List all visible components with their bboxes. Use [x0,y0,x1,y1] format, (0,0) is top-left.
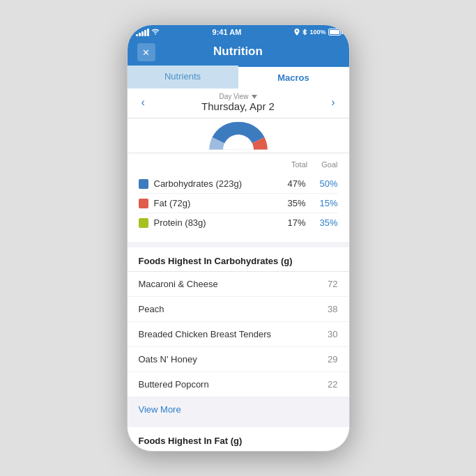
tab-macros[interactable]: Macros [238,66,349,89]
day-navigation: ‹ Day View Thursday, Apr 2 › [128,89,349,118]
protein-goal: 35% [317,217,338,228]
battery-icon [328,29,341,36]
list-item: Buttered Popcorn 22 [128,372,349,397]
carbs-goal: 50% [317,178,338,189]
phone-frame: 9:41 AM 100% ✕ Nutrition Nutrients Macro… [127,24,350,452]
food-value: 29 [328,354,337,364]
next-day-button[interactable]: › [327,95,339,110]
fat-total: 35% [281,198,306,208]
status-right: 100% [294,29,340,36]
carbs-label: Carbohydrates (223g) [154,178,281,189]
carb-food-list: Macaroni & Cheese 72 Peach 38 Breaded Ch… [128,272,349,397]
battery-percent: 100% [309,29,325,36]
dropdown-icon [252,95,257,99]
food-value: 72 [328,279,337,289]
food-name: Peach [139,304,164,314]
view-more-button[interactable]: View More [128,397,349,427]
macros-header: Total Goal [139,160,338,169]
macro-row-carbs: Carbohydrates (223g) 47% 50% [139,174,338,194]
current-date: Thursday, Apr 2 [201,100,275,112]
macro-row-protein: Protein (83g) 17% 35% [139,213,338,232]
tabs-bar: Nutrients Macros [128,66,349,89]
list-item: Breaded Chicken Breast Tenders 30 [128,322,349,347]
goal-header: Goal [321,160,337,169]
signal-icon [136,29,149,36]
day-center: Day View Thursday, Apr 2 [201,93,275,112]
list-item: Oats N' Honey 29 [128,347,349,372]
food-name: Breaded Chicken Breast Tenders [139,329,272,339]
svg-point-0 [296,30,298,31]
chart-area [128,118,349,153]
carbs-color-swatch [139,179,148,189]
macros-table: Total Goal Carbohydrates (223g) 47% 50% … [128,153,349,247]
day-view-label: Day View [219,93,248,100]
fat-goal: 15% [317,198,338,208]
header: ✕ Nutrition [128,39,349,66]
fat-section-header: Foods Highest In Fat (g) [128,427,349,451]
status-left [136,29,160,36]
wifi-icon [151,29,160,36]
fat-section-title: Foods Highest In Fat (g) [139,436,243,446]
prev-day-button[interactable]: ‹ [137,95,149,110]
tab-nutrients[interactable]: Nutrients [128,66,238,89]
food-name: Macaroni & Cheese [139,279,218,289]
page-title: Nutrition [213,45,263,59]
carb-section-header: Foods Highest In Carbohydrates (g) [128,247,349,272]
total-header: Total [291,160,307,169]
list-item: Peach 38 [128,297,349,322]
fat-color-swatch [139,199,148,208]
protein-total: 17% [281,217,306,228]
food-name: Buttered Popcorn [139,379,209,390]
protein-color-swatch [139,218,148,228]
protein-label: Protein (83g) [154,217,281,228]
fat-label: Fat (72g) [154,198,281,208]
list-item: Macaroni & Cheese 72 [128,272,349,297]
food-value: 30 [328,329,337,339]
status-bar: 9:41 AM 100% [128,25,349,39]
close-button[interactable]: ✕ [137,43,155,61]
pie-chart [207,118,270,150]
food-value: 38 [328,304,337,314]
bluetooth-icon [302,29,307,36]
carb-section-title: Foods Highest In Carbohydrates (g) [139,256,293,266]
time-display: 9:41 AM [213,28,242,36]
carbs-total: 47% [281,178,306,189]
location-icon [294,29,300,36]
food-name: Oats N' Honey [139,354,197,364]
macro-row-fat: Fat (72g) 35% 15% [139,194,338,213]
food-value: 22 [328,379,337,390]
